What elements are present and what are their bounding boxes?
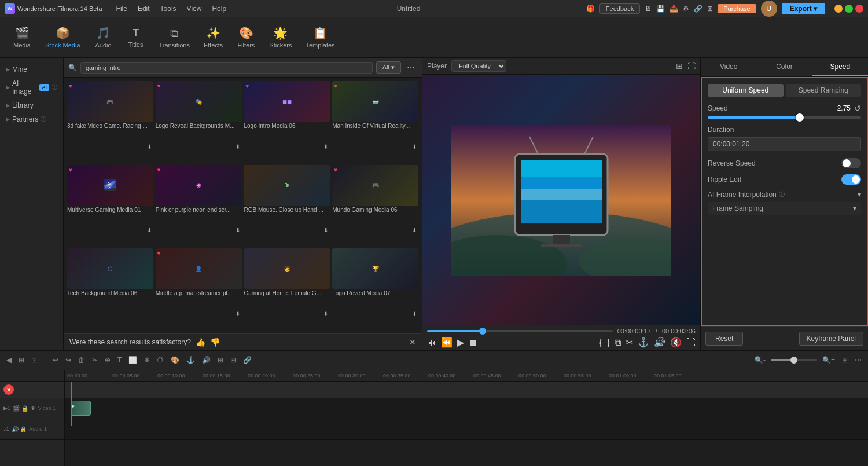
tool-audio[interactable]: 🎵 Audio — [89, 24, 119, 51]
tool-transitions[interactable]: ⧉ Transitions — [153, 24, 196, 51]
tool-stock-media[interactable]: 📦 Stock Media — [39, 24, 86, 51]
sidebar-item-library[interactable]: ▶ Library — [0, 98, 63, 112]
speed-ramping-tab[interactable]: Speed Ramping — [786, 84, 862, 97]
minimize-button[interactable] — [834, 5, 843, 13]
more-timeline-button[interactable]: ⋯ — [853, 355, 863, 365]
feedback-text: Were these search results satisfactory? — [69, 338, 191, 346]
sidebar-item-mine[interactable]: ▶ Mine — [0, 63, 63, 76]
expand-button[interactable]: ⛶ — [686, 337, 696, 348]
play-button[interactable]: ▶ — [457, 337, 464, 348]
purchase-button[interactable]: Purchase — [718, 4, 756, 13]
color-match-button[interactable]: 🎨 — [169, 355, 181, 365]
ai-info-icon[interactable]: ⓘ — [779, 190, 785, 199]
thumbup-button[interactable]: 👍 — [196, 337, 205, 347]
list-item[interactable]: 👤 ♥ ⬇ Middle age man streamer pl... — [156, 248, 242, 330]
step-back-button[interactable]: ⏪ — [441, 337, 453, 348]
zoom-in-button[interactable]: 🔍+ — [821, 355, 837, 365]
rectangle-tool[interactable]: ⬜ — [127, 355, 139, 365]
list-item[interactable]: 🏆 ⬇ Logo Reveal Media 07 — [332, 248, 418, 330]
tab-speed[interactable]: Speed — [812, 58, 868, 76]
menu-edit[interactable]: Edit — [133, 3, 155, 14]
redo-button[interactable]: ↪ — [64, 355, 73, 365]
tab-video[interactable]: Video — [701, 58, 756, 76]
mute-button[interactable]: 🔇 — [670, 337, 682, 348]
feedback-button[interactable]: Feedback — [599, 3, 640, 14]
rewind-button[interactable]: ⏮ — [427, 337, 436, 348]
list-item[interactable]: 🎮 ♥ ⬇ Mundo Gaming Media 06 — [332, 165, 418, 247]
list-item[interactable]: ⬡ Tech Background Media 06 — [67, 248, 153, 330]
cut-button[interactable]: ✂ — [90, 355, 100, 365]
reverse-speed-toggle[interactable] — [841, 158, 861, 168]
split-button[interactable]: ⧉ — [615, 337, 621, 348]
tool-filters[interactable]: 🎨 Filters — [231, 24, 261, 51]
sidebar-item-partners[interactable]: ▶ Partners ⓘ — [0, 112, 63, 126]
list-item[interactable]: 🎮 ♥ ⬇ 3d fake Video Game. Racing ... — [67, 81, 153, 163]
feedback-close-button[interactable]: ✕ — [409, 337, 416, 347]
add-track-button[interactable]: ⊞ — [17, 355, 26, 365]
stop-button[interactable]: ⏹ — [469, 337, 478, 348]
list-item[interactable]: 🌌 ♥ ⬇ Multiverse Gaming Media 01 — [67, 165, 153, 247]
list-item[interactable]: ◼◼ ♥ ⬇ Logo Intro Media 06 — [244, 81, 330, 163]
stabilize-button[interactable]: ⚓ — [638, 337, 649, 348]
ungroup-button[interactable]: ⊟ — [229, 355, 238, 365]
maximize-button[interactable] — [845, 5, 853, 13]
menu-view[interactable]: View — [182, 3, 207, 14]
user-avatar[interactable]: U — [761, 1, 777, 17]
list-item[interactable]: 🎭 ♥ ⬇ Logo Reveal Backgrounds M... — [156, 81, 242, 163]
menu-tools[interactable]: Tools — [156, 3, 181, 14]
filter-all-button[interactable]: All ▾ — [376, 61, 401, 74]
collapse-panel-button[interactable]: ◀ — [5, 355, 13, 365]
audio-sync-button[interactable]: 🔊 — [200, 355, 212, 365]
undo-button[interactable]: ↩ — [51, 355, 60, 365]
progress-bar[interactable] — [427, 330, 613, 332]
text-tool[interactable]: T — [116, 355, 123, 365]
export-button[interactable]: Export ▾ — [782, 3, 825, 14]
list-item[interactable]: 👩 ⬇ Gaming at Home: Female G... — [244, 248, 330, 330]
mark-out-button[interactable]: } — [607, 337, 610, 348]
fullscreen-button[interactable]: ⛶ — [687, 61, 696, 71]
menu-help[interactable]: Help — [207, 3, 231, 14]
snap-button[interactable]: ⊡ — [30, 355, 39, 365]
duration-input[interactable] — [708, 137, 861, 151]
thumbdown-button[interactable]: 👎 — [210, 337, 220, 347]
tool-templates[interactable]: 📋 Templates — [300, 24, 340, 51]
tab-color[interactable]: Color — [756, 58, 812, 76]
list-item[interactable]: ◉ ♥ ⬇ Pink or purple neon end scr... — [156, 165, 242, 247]
ai-frame-chevron[interactable]: ▾ — [858, 190, 861, 199]
reset-button[interactable]: Reset — [705, 332, 743, 346]
tool-titles[interactable]: T Titles — [121, 25, 151, 50]
quality-selector[interactable]: Full Quality Half Quality — [451, 60, 506, 72]
tool-stickers[interactable]: 🌟 Stickers — [263, 24, 297, 51]
menu-file[interactable]: File — [112, 3, 132, 14]
delete-button[interactable]: 🗑 — [76, 355, 87, 365]
video-clip[interactable]: ▶ — [71, 401, 91, 416]
speed-slider[interactable] — [708, 116, 861, 119]
uniform-speed-tab[interactable]: Uniform Speed — [708, 84, 784, 97]
zoom-out-button[interactable]: 🔍- — [753, 355, 767, 365]
list-item[interactable]: 🖱 ⬇ RGB Mouse. Close up Hand ... — [244, 165, 330, 247]
grid-view-button[interactable]: ⊞ — [676, 61, 683, 71]
mark-in-button[interactable]: { — [599, 337, 602, 348]
sidebar-item-ai-image[interactable]: ▶ AI Image AI ⓘ — [0, 76, 63, 98]
crop-button[interactable]: ✂ — [626, 337, 633, 348]
more-options-button[interactable]: ⋯ — [404, 63, 417, 72]
ripple-edit-toggle[interactable] — [841, 174, 861, 185]
group-button[interactable]: ⊞ — [216, 355, 225, 365]
list-item[interactable]: 🥽 ♥ ⬇ Man Inside Of Virtual Reality... — [332, 81, 418, 163]
zoom-slider[interactable] — [771, 359, 817, 361]
fit-timeline-button[interactable]: ⊞ — [840, 355, 849, 365]
speed-button[interactable]: ⏱ — [155, 355, 165, 365]
tool-media[interactable]: 🎬 Media — [7, 24, 37, 51]
keyframe-panel-button[interactable]: Keyframe Panel — [799, 332, 863, 346]
stabilize-tl-button[interactable]: ⚓ — [185, 355, 197, 365]
copy-button[interactable]: ⊕ — [103, 355, 112, 365]
tool-effects[interactable]: ✨ Effects — [198, 24, 229, 51]
close-button[interactable] — [855, 5, 863, 13]
volume-button[interactable]: 🔊 — [654, 337, 665, 348]
frame-sampling-chevron[interactable]: ▾ — [853, 204, 856, 212]
freeze-tool[interactable]: ❄ — [142, 355, 152, 365]
link-button[interactable]: 🔗 — [241, 355, 253, 365]
ruler-time-8: 00:00:40:00 — [428, 373, 473, 379]
speed-reset-button[interactable]: ↺ — [854, 104, 861, 113]
search-input[interactable] — [80, 62, 373, 74]
